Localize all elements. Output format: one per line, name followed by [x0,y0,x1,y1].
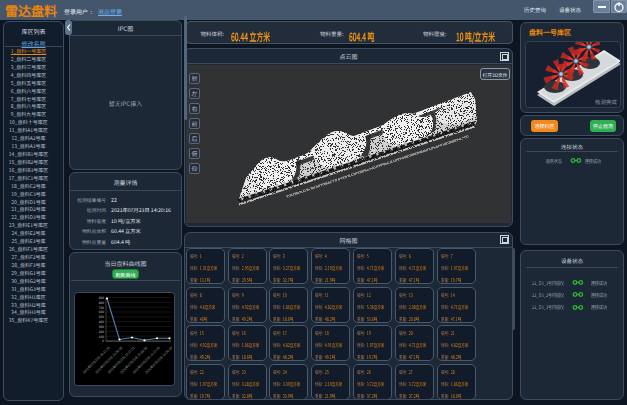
svg-text:0: 0 [102,338,104,343]
